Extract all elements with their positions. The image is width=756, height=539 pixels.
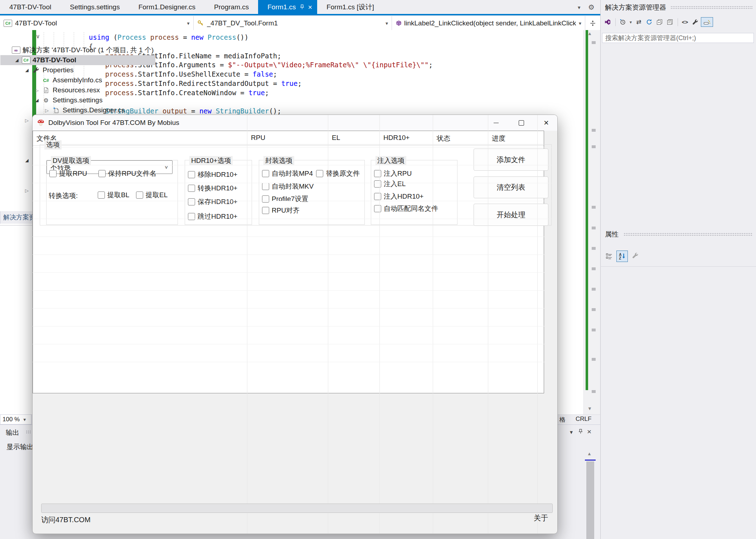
column-header-状态[interactable]: 状态 xyxy=(433,131,488,145)
checkbox-extract-bl[interactable]: 提取BL xyxy=(98,191,129,199)
column-header-HDR10+[interactable]: HDR10+ xyxy=(380,131,433,145)
tree-item-label: AssemblyInfo.cs xyxy=(51,76,102,84)
properties-pages-button[interactable] xyxy=(665,17,675,27)
checkbox-box[interactable] xyxy=(262,195,269,203)
switch-views-button[interactable] xyxy=(603,17,612,27)
editor-settings-gear-icon[interactable]: ⚙ xyxy=(588,3,595,11)
tab-close-icon[interactable]: × xyxy=(308,4,312,11)
tab-Form1.cs [设计][interactable]: Form1.cs [设计] xyxy=(317,0,383,14)
checkbox-RPU对齐[interactable]: RPU对齐 xyxy=(262,207,300,214)
checkbox-自动封装MP4[interactable]: 自动封装MP4 xyxy=(262,170,313,178)
tab-Settings.settings[interactable]: Settings.settings xyxy=(60,0,129,14)
checkbox-box[interactable] xyxy=(374,180,381,188)
sync-with-active-document-button[interactable]: ⇄ xyxy=(634,17,644,27)
expanded-expander-icon[interactable]: ◢ xyxy=(13,58,21,63)
checkbox-移除HDR10+[interactable]: 移除HDR10+ xyxy=(188,171,237,179)
line-ending-indicator[interactable]: CRLF xyxy=(576,416,591,423)
tree-item-47BT-DV-Tool[interactable]: ◢C#47BT-DV-Tool xyxy=(0,55,155,65)
output-scrollbar-up-arrow-icon[interactable]: ▲ xyxy=(587,451,592,456)
checkbox-box[interactable] xyxy=(98,191,105,199)
checkbox-box[interactable] xyxy=(374,170,381,177)
editor-zoom-dropdown[interactable]: 100 % ▾ xyxy=(0,414,32,424)
expanded-expander-icon[interactable]: ◢ xyxy=(33,98,41,103)
alphabetical-sort-button[interactable]: AZ xyxy=(616,251,628,262)
tree-item-Properties[interactable]: ◢Properties xyxy=(0,65,155,75)
pin-icon[interactable] xyxy=(300,4,304,10)
view-code-button[interactable]: <> xyxy=(680,17,690,27)
checkbox-box[interactable] xyxy=(188,185,195,192)
checkbox-自动匹配同名文件[interactable]: 自动匹配同名文件 xyxy=(374,205,438,213)
checkbox-自动封装MKV[interactable]: 自动封装MKV xyxy=(262,183,314,190)
checkbox-box[interactable] xyxy=(374,193,381,200)
tab-Program.cs[interactable]: Program.cs xyxy=(205,0,258,14)
checkbox-保存HDR10+[interactable]: 保存HDR10+ xyxy=(188,198,237,206)
tab-overflow-chevron-down-icon[interactable]: ▾ xyxy=(578,4,581,11)
tree-item-Resources.resx[interactable]: ▷Resources.resx xyxy=(0,85,155,95)
collapse-all-button[interactable] xyxy=(655,17,664,27)
type-dropdown[interactable]: _47BT_DV_Tool.Form1 ▾ xyxy=(194,16,392,30)
collapsed-expander-icon[interactable]: ▷ xyxy=(33,88,41,93)
checkbox-Profile7设置[interactable]: Profile7设置 xyxy=(262,195,308,203)
project-dropdown[interactable]: C# 47BT-DV-Tool ▾ xyxy=(0,16,194,30)
checkbox-box[interactable] xyxy=(188,213,195,220)
tree-item-Settings.Designer.cs[interactable]: ▷Settings.Designer.cs xyxy=(0,105,155,115)
checkbox-注入EL[interactable]: 注入EL xyxy=(374,180,406,188)
categorized-view-button[interactable] xyxy=(604,251,614,262)
checkbox-box[interactable] xyxy=(262,170,269,177)
tab-Form1.cs[interactable]: Form1.cs× xyxy=(258,0,317,14)
output-scrollbar-thumb[interactable] xyxy=(586,461,594,539)
checkbox-extract-rpu[interactable]: 提取RPU xyxy=(49,170,87,178)
overall-progress-bar xyxy=(41,504,553,513)
preview-selected-items-button[interactable] xyxy=(701,17,713,27)
column-header-EL[interactable]: EL xyxy=(328,131,380,145)
member-dropdown[interactable]: linkLabel2_LinkClicked(object sender, Li… xyxy=(392,16,585,30)
tab-47BT-DV-Tool[interactable]: 47BT-DV-Tool xyxy=(0,0,60,14)
pending-changes-filter-button[interactable] xyxy=(618,17,627,27)
checkbox-跳过HDR10+[interactable]: 跳过HDR10+ xyxy=(188,213,237,220)
properties-wrench-button[interactable] xyxy=(690,17,700,27)
checkbox-box[interactable] xyxy=(188,171,195,178)
refresh-button[interactable] xyxy=(644,17,654,27)
column-header-进度[interactable]: 进度 xyxy=(488,131,538,145)
tab-Form1.Designer.cs[interactable]: Form1.Designer.cs xyxy=(129,0,205,14)
scrollbar-down-arrow-icon[interactable]: ▼ xyxy=(587,406,592,411)
dialog-title-bar[interactable]: DolbyVision Tool For 47BT.COM By Mobius … xyxy=(33,115,557,131)
expanded-expander-icon[interactable]: ◢ xyxy=(23,158,31,163)
collapsed-expander-icon[interactable]: ▷ xyxy=(23,118,31,123)
tree-item-AssemblyInfo.cs[interactable]: C#AssemblyInfo.cs xyxy=(0,75,155,85)
checkbox-转换HDR10+[interactable]: 转换HDR10+ xyxy=(188,184,237,192)
output-pin-icon[interactable] xyxy=(578,429,583,436)
filter-chevron-down-icon[interactable]: ▾ xyxy=(628,17,633,27)
output-options-chevron-down-icon[interactable]: ▾ xyxy=(570,429,573,436)
checkbox-box[interactable] xyxy=(188,198,195,205)
scrollbar-up-arrow-icon[interactable]: ▲ xyxy=(587,31,592,36)
expanded-expander-icon[interactable]: ◢ xyxy=(23,68,31,73)
column-header-文件名[interactable]: 文件名 xyxy=(33,131,247,145)
close-button[interactable]: × xyxy=(538,115,554,131)
split-editor-button[interactable] xyxy=(585,16,600,30)
checkbox-box[interactable] xyxy=(262,207,269,214)
checkbox-box[interactable] xyxy=(49,170,57,177)
code-fold-chevron-icon[interactable]: ∨ xyxy=(36,33,40,40)
checkbox-box[interactable] xyxy=(98,170,106,177)
column-header-RPU[interactable]: RPU xyxy=(247,131,328,145)
output-close-icon[interactable]: × xyxy=(587,427,591,436)
checkbox-extract-el[interactable]: 提取EL xyxy=(136,191,168,199)
visit-47bt-link[interactable]: 访问47BT.COM xyxy=(41,515,91,525)
maximize-button[interactable] xyxy=(513,115,529,131)
checkbox-box[interactable] xyxy=(316,170,323,177)
minimize-button[interactable] xyxy=(488,115,504,131)
tree-item-Settings.settings[interactable]: ◢⚙Settings.settings xyxy=(0,95,155,105)
checkbox-keep-rpu-filename[interactable]: 保持RPU文件名 xyxy=(98,170,156,178)
about-link[interactable]: 关于 xyxy=(534,513,548,523)
checkbox-box[interactable] xyxy=(374,205,381,212)
collapsed-expander-icon[interactable]: ▷ xyxy=(23,188,31,193)
tree-item-解决方案 '47BT-DV-Tool' (1 个项目, 共 1 个)[interactable]: ∞解决方案 '47BT-DV-Tool' (1 个项目, 共 1 个) xyxy=(0,45,155,55)
checkbox-box[interactable] xyxy=(262,183,269,190)
checkbox-box[interactable] xyxy=(136,191,143,199)
checkbox-注入HDR10+[interactable]: 注入HDR10+ xyxy=(374,193,423,200)
checkbox-label: 注入EL xyxy=(384,179,406,189)
solution-explorer-search-input[interactable] xyxy=(602,33,754,43)
collapsed-expander-icon[interactable]: ▷ xyxy=(43,108,51,113)
checkbox-替换原文件[interactable]: 替换原文件 xyxy=(316,170,360,178)
